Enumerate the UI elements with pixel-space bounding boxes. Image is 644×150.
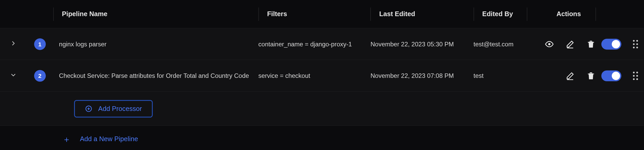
- col-header-name: Pipeline Name: [62, 10, 107, 18]
- pipeline-name: Checkout Service: Parse attributes for O…: [59, 72, 249, 79]
- trash-icon[interactable]: [587, 39, 596, 48]
- add-processor-button[interactable]: Add Processor: [74, 100, 153, 117]
- edit-icon[interactable]: [566, 71, 575, 80]
- pipeline-edited-by: test@test.com: [473, 40, 513, 47]
- plus-circle-icon: [85, 105, 92, 112]
- edit-icon[interactable]: [566, 39, 575, 48]
- col-header-actions: Actions: [557, 10, 581, 18]
- add-processor-label: Add Processor: [98, 105, 142, 112]
- pipeline-last-edited: November 22, 2023 05:30 PM: [370, 40, 454, 47]
- pipeline-filter: container_name = django-proxy-1: [258, 40, 352, 47]
- svg-point-0: [548, 43, 551, 45]
- row-index-badge: 2: [34, 70, 46, 82]
- col-header-edited-by: Edited By: [482, 10, 513, 18]
- pipeline-last-edited: November 22, 2023 07:08 PM: [370, 72, 454, 79]
- processor-row: Add Processor: [0, 92, 644, 126]
- eye-icon[interactable]: [545, 39, 554, 48]
- add-pipeline-row[interactable]: ＋ Add a New Pipeline: [0, 126, 644, 150]
- pipeline-filter: service = checkout: [258, 72, 310, 79]
- table-row: 1 nginx logs parser container_name = dja…: [0, 28, 644, 60]
- col-header-filters: Filters: [267, 10, 287, 18]
- add-pipeline-label: Add a New Pipeline: [80, 135, 138, 143]
- col-header-last-edited: Last Edited: [379, 10, 415, 18]
- pipeline-edited-by: test: [473, 72, 484, 79]
- plus-icon: ＋: [62, 134, 71, 145]
- pipeline-name: nginx logs parser: [59, 40, 107, 47]
- row-index-badge: 1: [34, 38, 46, 50]
- table-row: 2 Checkout Service: Parse attributes for…: [0, 60, 644, 92]
- trash-icon[interactable]: [587, 71, 596, 80]
- table-header: Pipeline Name Filters Last Edited Edited…: [0, 0, 644, 28]
- enable-toggle[interactable]: [601, 39, 621, 49]
- drag-handle-icon[interactable]: [633, 40, 638, 48]
- chevron-right-icon[interactable]: [10, 40, 17, 48]
- drag-handle-icon[interactable]: [633, 71, 638, 80]
- enable-toggle[interactable]: [601, 70, 621, 81]
- chevron-down-icon[interactable]: [10, 71, 17, 80]
